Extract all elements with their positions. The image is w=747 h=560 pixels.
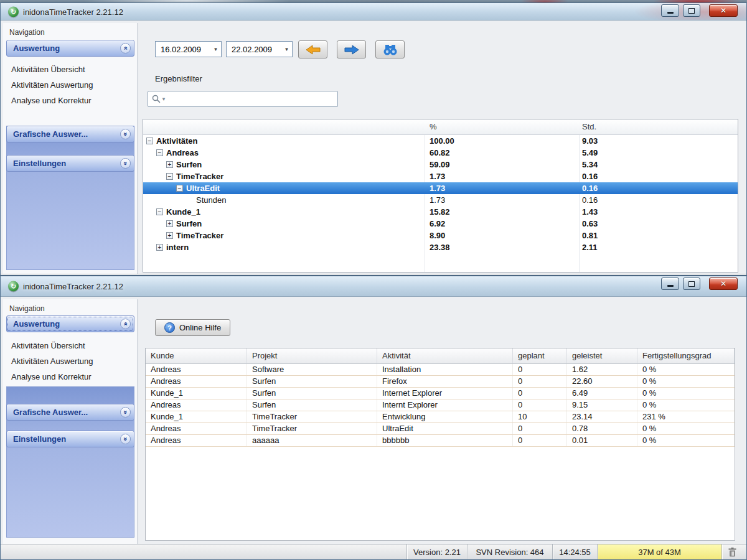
tree-collapse-icon[interactable]: − — [156, 208, 163, 215]
sidebar: Navigation Auswertung » Aktivitäten Über… — [3, 23, 138, 274]
table-cell: UltraEdit — [377, 423, 513, 434]
table-cell: Internt Explorer — [377, 399, 513, 411]
memory-indicator[interactable]: 37M of 43M — [597, 544, 721, 559]
tree-expand-icon[interactable]: + — [166, 220, 173, 227]
sidebar-section-grafische-auswertung[interactable]: Grafische Auswer... » — [6, 126, 134, 142]
window-title: inidonaTimeTracker 2.21.12 — [23, 7, 123, 16]
tree-expand-icon[interactable]: + — [156, 244, 163, 251]
sidebar-item[interactable]: Analyse und Korrektur — [3, 93, 138, 108]
find-button[interactable] — [375, 40, 405, 58]
app-icon: ↻ — [8, 281, 19, 292]
maximize-button[interactable] — [683, 4, 700, 17]
tree-row-hours: 1.43 — [582, 206, 598, 218]
tree-row-percent: 8.90 — [430, 230, 445, 241]
minimize-button[interactable] — [661, 4, 679, 17]
table-cell: 0.01 — [567, 435, 637, 446]
tree-row[interactable]: −UltraEdit1.730.16 — [143, 182, 738, 194]
previous-period-button[interactable] — [298, 40, 327, 58]
tree-row-percent: 6.92 — [430, 218, 445, 230]
tree-row-percent: 1.73 — [430, 194, 445, 206]
close-button[interactable]: ✕ — [709, 278, 738, 290]
sidebar-item[interactable]: Aktivitäten Auswertung — [3, 77, 138, 93]
expand-section-icon[interactable]: » — [120, 407, 131, 418]
tree-collapse-icon[interactable]: − — [146, 138, 153, 144]
table-row[interactable]: AndreasSurfenFirefox022.600 % — [146, 376, 735, 388]
table-column-header[interactable]: geplant — [513, 348, 567, 363]
table-cell: 0 % — [637, 364, 735, 375]
date-to-select[interactable]: 22.02.2009 ▼ — [226, 41, 293, 57]
table-column-header[interactable]: Aktivität — [377, 348, 513, 363]
sidebar-item[interactable]: Aktivitäten Übersicht — [3, 338, 138, 353]
tree-row[interactable]: −Aktivitäten100.009.03 — [143, 135, 738, 147]
titlebar[interactable]: ↻ inidonaTimeTracker 2.21.12 ✕ — [1, 3, 746, 21]
tree-row[interactable]: Stunden1.730.16 — [143, 194, 738, 206]
table-column-header[interactable]: Fertigstellungsgrad — [637, 348, 735, 363]
filter-search-input[interactable] — [170, 95, 334, 104]
table-row[interactable]: AndreasTimeTrackerUltraEdit00.780 % — [146, 423, 735, 435]
table-rows: AndreasSoftwareInstallation01.620 %Andre… — [146, 364, 735, 447]
expand-section-icon[interactable]: » — [120, 158, 131, 169]
sidebar-collapsed-area: Grafische Auswer... » Einstellungen » — [6, 126, 134, 270]
close-button[interactable]: ✕ — [709, 4, 738, 17]
table-column-header[interactable]: Kunde — [146, 348, 247, 363]
tree-row-label: UltraEdit — [186, 184, 220, 193]
table-cell: Andreas — [146, 399, 247, 411]
table-cell: 0.78 — [567, 423, 637, 434]
table-row[interactable]: Kunde_1SurfenInternet Explorer06.490 % — [146, 388, 735, 399]
table-column-header[interactable]: Projekt — [247, 348, 377, 363]
sidebar-section-grafische-auswertung[interactable]: Grafische Auswer... » — [6, 404, 134, 421]
collapse-section-icon[interactable]: » — [120, 319, 131, 329]
date-from-select[interactable]: 16.02.2009 ▼ — [155, 41, 222, 57]
tree-collapse-icon[interactable]: − — [176, 185, 183, 192]
tree-row[interactable]: +Surfen6.920.63 — [143, 218, 738, 230]
tree-row[interactable]: −Andreas60.825.49 — [143, 147, 738, 159]
table-row[interactable]: AndreasSoftwareInstallation01.620 % — [146, 364, 735, 376]
sidebar-section-auswertung[interactable]: Auswertung » — [6, 315, 134, 332]
table-row[interactable]: Kunde_1TimeTrackerEntwicklung1023.14231 … — [146, 411, 735, 423]
table-column-header[interactable]: geleistet — [567, 348, 637, 363]
status-time: 14:24:55 — [552, 544, 597, 559]
close-icon: ✕ — [720, 280, 726, 287]
tree-row[interactable]: +intern23.382.11 — [143, 241, 738, 253]
sidebar-section-auswertung[interactable]: Auswertung » — [6, 40, 134, 57]
table-row[interactable]: Andreasaaaaaabbbbbb00.010 % — [146, 435, 735, 447]
table-cell: 1.62 — [567, 364, 637, 375]
next-period-button[interactable] — [337, 40, 366, 58]
tree-expand-icon[interactable]: + — [166, 161, 173, 168]
filter-search[interactable]: ▼ — [148, 91, 338, 107]
sidebar-section-einstellungen[interactable]: Einstellungen » — [6, 155, 134, 172]
maximize-button[interactable] — [683, 278, 700, 290]
search-icon[interactable]: ▼ — [152, 95, 166, 103]
table-cell: Entwicklung — [377, 411, 513, 422]
tree-row[interactable]: −TimeTracker1.730.16 — [143, 170, 738, 182]
tree-collapse-icon[interactable]: − — [166, 173, 173, 180]
main-content: 16.02.2009 ▼ 22.02.2009 ▼ Ergebnisfilter — [138, 21, 746, 274]
table-header: KundeProjektAktivitätgeplantgeleistetFer… — [146, 348, 735, 364]
tree-expand-icon[interactable]: + — [166, 232, 173, 239]
app-window-bottom: ↻ inidonaTimeTracker 2.21.12 ✕ Navigatio… — [0, 276, 747, 560]
tree-row[interactable]: −Kunde_115.821.43 — [143, 206, 738, 218]
tree-collapse-icon[interactable]: − — [156, 149, 163, 156]
column-header-percent[interactable]: % — [430, 122, 437, 131]
main-content: ? Online Hilfe KundeProjektAktivitätgepl… — [138, 297, 746, 544]
collapse-section-icon[interactable]: » — [120, 43, 131, 54]
column-header-hours[interactable]: Std. — [582, 122, 596, 131]
sidebar-item[interactable]: Aktivitäten Auswertung — [3, 353, 138, 369]
titlebar[interactable]: ↻ inidonaTimeTracker 2.21.12 ✕ — [1, 276, 746, 297]
sidebar-item[interactable]: Analyse und Korrektur — [3, 369, 138, 385]
expand-section-icon[interactable]: » — [120, 434, 131, 444]
table-cell: 0 % — [637, 435, 735, 446]
tree-row[interactable]: +TimeTracker8.900.81 — [143, 230, 738, 241]
sidebar-item[interactable]: Aktivitäten Übersicht — [3, 62, 138, 77]
online-help-button[interactable]: ? Online Hilfe — [155, 319, 230, 336]
minimize-button[interactable] — [661, 278, 679, 290]
tree-row[interactable]: +Surfen59.095.34 — [143, 159, 738, 170]
trash-button[interactable] — [721, 544, 743, 559]
table-row[interactable]: AndreasSurfenInternt Explorer09.150 % — [146, 399, 735, 411]
window-controls: ✕ — [661, 4, 738, 17]
tree-row-percent: 1.73 — [430, 170, 445, 182]
table-cell: 0 — [513, 364, 567, 375]
sidebar-section-einstellungen[interactable]: Einstellungen » — [6, 431, 134, 447]
expand-section-icon[interactable]: » — [120, 129, 131, 139]
status-svn-revision: SVN Revision: 464 — [467, 544, 552, 559]
